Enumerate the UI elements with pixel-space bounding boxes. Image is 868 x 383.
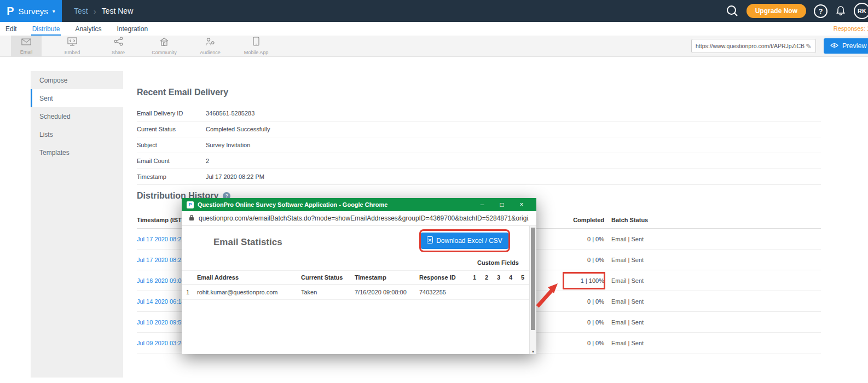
- community-icon: [159, 37, 169, 48]
- row-completed: 0 | 0%: [569, 340, 604, 346]
- survey-link-input[interactable]: [696, 43, 806, 49]
- col-completed: Completed: [569, 217, 604, 223]
- col-email-address: Email Address: [197, 274, 301, 281]
- col-timestamp: Timestamp: [355, 274, 419, 281]
- detail-value: 2: [206, 158, 209, 164]
- col-custom-5: 5: [517, 274, 529, 281]
- sidebar-item-lists[interactable]: Lists: [31, 125, 123, 143]
- toolbar-item-audience[interactable]: Audience: [195, 36, 225, 56]
- questionpro-favicon: P: [187, 201, 194, 208]
- toolbar-item-label: Share: [112, 50, 125, 55]
- tab-edit[interactable]: Edit: [4, 24, 18, 36]
- row-batch-status: Email | Sent: [611, 319, 814, 326]
- row-completed-highlighted: 1 | 100%: [569, 277, 604, 284]
- detail-row: Email Count 2: [137, 153, 821, 169]
- breadcrumb-current: Test New: [102, 7, 134, 15]
- scroll-down-arrow-icon[interactable]: ▼: [530, 350, 536, 353]
- search-icon[interactable]: [726, 4, 739, 18]
- toolbar-item-label: Community: [152, 50, 177, 55]
- row-batch-status: Email | Sent: [611, 257, 814, 263]
- survey-tabbar: Edit Distribute Analytics Integration: [0, 22, 868, 36]
- popup-scrollbar[interactable]: ▼: [529, 226, 536, 354]
- col-batch-status: Batch Status: [611, 217, 814, 223]
- eye-icon: [830, 42, 838, 50]
- survey-link-field: ✎: [691, 39, 816, 53]
- detail-label: Email Count: [137, 158, 206, 164]
- detail-label: Timestamp: [137, 173, 206, 180]
- col-custom-4: 4: [505, 274, 517, 281]
- notifications-bell-icon[interactable]: [835, 5, 846, 16]
- sidebar-item-compose[interactable]: Compose: [31, 71, 123, 89]
- row-completed: 0 | 0%: [569, 298, 604, 305]
- toolbar-item-label: Audience: [200, 50, 221, 55]
- page: P Surveys ▾ Test › Test New Upgrade Now …: [0, 0, 868, 383]
- tab-distribute[interactable]: Distribute: [31, 24, 61, 36]
- popup-body: Email Statistics Download Excel / CSV Cu…: [182, 226, 536, 354]
- popup-window-title: QuestionPro Online Survey Software Appli…: [198, 201, 468, 208]
- col-current-status: Current Status: [301, 274, 355, 281]
- breadcrumb-survey[interactable]: Test: [74, 7, 88, 15]
- detail-value: Jul 17 2020 08:22 PM: [206, 173, 264, 180]
- detail-label: Email Delivery ID: [137, 110, 206, 117]
- toolbar-item-label: Mobile App: [244, 50, 269, 55]
- toolbar-item-embed[interactable]: Embed: [57, 36, 88, 56]
- edit-link-pencil-icon[interactable]: ✎: [806, 42, 812, 50]
- tab-analytics[interactable]: Analytics: [74, 24, 102, 36]
- popup-address-bar: questionpro.com/a/emailBatchStats.do?mod…: [182, 211, 536, 226]
- download-excel-csv-button[interactable]: Download Excel / CSV: [421, 233, 508, 249]
- row-completed: 0 | 0%: [569, 236, 604, 242]
- product-label: Surveys: [19, 7, 48, 16]
- email-stats-header: Email Address Current Status Timestamp R…: [182, 270, 529, 285]
- row-batch-status: Email | Sent: [611, 298, 814, 305]
- popup-url[interactable]: questionpro.com/a/emailBatchStats.do?mod…: [199, 214, 529, 222]
- detail-label: Current Status: [137, 126, 206, 132]
- email-statistics-heading: Email Statistics: [213, 237, 282, 248]
- upgrade-now-button[interactable]: Upgrade Now: [747, 4, 806, 18]
- product-switcher[interactable]: P Surveys ▾: [0, 0, 62, 22]
- detail-value: 3468561-5285283: [206, 110, 254, 117]
- col-custom-2: 2: [481, 274, 493, 281]
- row-batch-status: Email | Sent: [611, 340, 814, 346]
- topnav-right-cluster: Upgrade Now ? RK: [726, 3, 868, 19]
- toolbar-item-share[interactable]: Share: [103, 36, 134, 56]
- chevron-down-icon: ▾: [53, 8, 55, 14]
- tab-integration[interactable]: Integration: [115, 24, 149, 36]
- close-icon[interactable]: ×: [512, 198, 531, 211]
- breadcrumb-separator-icon: ›: [94, 7, 96, 16]
- toolbar-item-mobile-app[interactable]: Mobile App: [241, 36, 271, 56]
- email-icon: [21, 38, 31, 48]
- window-controls: – □ ×: [472, 198, 531, 211]
- sidebar-item-templates[interactable]: Templates: [31, 143, 123, 161]
- detail-value: Survey Invitation: [206, 142, 250, 148]
- excel-file-icon: [427, 236, 433, 245]
- user-avatar[interactable]: RK: [854, 3, 868, 19]
- sidebar-item-sent[interactable]: Sent: [31, 89, 123, 107]
- sidebar-item-scheduled[interactable]: Scheduled: [31, 107, 123, 125]
- download-button-label: Download Excel / CSV: [436, 237, 502, 245]
- preview-button-label: Preview: [842, 42, 866, 50]
- responses-count[interactable]: Responses: 1: [834, 25, 868, 32]
- col-custom-3: 3: [493, 274, 505, 281]
- row-timestamp: 7/16/2020 09:08:00: [355, 289, 419, 295]
- popup-titlebar[interactable]: P QuestionPro Online Survey Software App…: [182, 198, 536, 211]
- maximize-icon[interactable]: □: [492, 198, 512, 211]
- mobile-app-icon: [253, 37, 259, 48]
- recent-delivery-title: Recent Email Delivery: [137, 88, 228, 97]
- email-statistics-popup: P QuestionPro Online Survey Software App…: [182, 198, 536, 354]
- toolbar-item-community[interactable]: Community: [149, 36, 180, 56]
- row-current-status: Taken: [301, 289, 355, 295]
- toolbar-item-email[interactable]: Email: [11, 36, 42, 56]
- audience-icon: [205, 37, 215, 48]
- questionpro-logo: P: [7, 5, 14, 18]
- download-highlight-box: Download Excel / CSV: [419, 229, 510, 252]
- preview-button[interactable]: Preview: [824, 38, 868, 54]
- share-icon: [114, 37, 123, 48]
- minimize-icon[interactable]: –: [472, 198, 492, 211]
- detail-label: Subject: [137, 142, 206, 148]
- recent-delivery-table: Email Delivery ID 3468561-5285283 Curren…: [137, 106, 821, 185]
- help-icon[interactable]: ?: [814, 4, 828, 18]
- row-completed: 0 | 0%: [569, 257, 604, 263]
- scrollbar-thumb[interactable]: [531, 228, 535, 330]
- row-batch-status: Email | Sent: [611, 277, 814, 284]
- detail-value: Completed Successfully: [206, 126, 270, 132]
